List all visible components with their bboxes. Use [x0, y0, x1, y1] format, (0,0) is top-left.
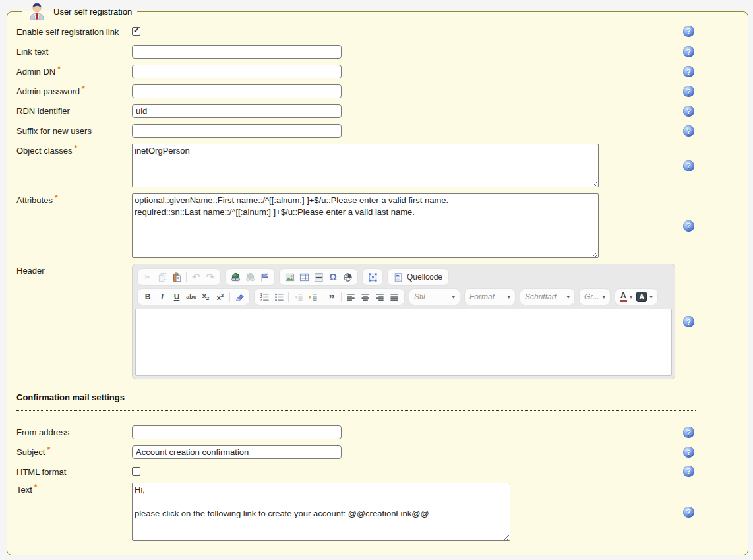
- help-icon[interactable]: ?: [683, 46, 694, 57]
- numbered-list-icon[interactable]: 123: [257, 290, 272, 304]
- enable-checkbox[interactable]: [132, 27, 140, 36]
- style-dropdown[interactable]: Stil▾: [409, 288, 460, 305]
- admin-dn-input[interactable]: [132, 65, 342, 78]
- background-color-button[interactable]: A▾: [634, 290, 654, 304]
- horizontal-rule-icon[interactable]: [311, 270, 326, 284]
- maximize-icon[interactable]: [365, 270, 380, 284]
- image-icon[interactable]: [282, 270, 297, 284]
- iframe-globe-icon[interactable]: [340, 270, 355, 284]
- bold-icon[interactable]: B: [140, 290, 155, 304]
- editor-toolbar-row2: B I U abc x2 x2 123: [135, 287, 672, 307]
- help-icon[interactable]: ?: [683, 66, 694, 77]
- subscript-icon[interactable]: x2: [198, 290, 213, 304]
- from-address-label: From address: [16, 425, 132, 437]
- editor-toolbar-row1: ✂ ↶ ↷: [135, 267, 672, 287]
- admin-password-label: Admin password*: [16, 84, 132, 96]
- admin-password-input[interactable]: [132, 84, 342, 98]
- editor-content-area[interactable]: [135, 309, 672, 376]
- help-icon[interactable]: ?: [683, 26, 694, 37]
- help-icon[interactable]: ?: [683, 86, 694, 97]
- admin-dn-label: Admin DN*: [16, 65, 132, 77]
- undo-icon[interactable]: ↶: [189, 270, 203, 284]
- link-text-input[interactable]: [132, 45, 342, 59]
- anchor-flag-icon[interactable]: [257, 270, 272, 284]
- attributes-textarea[interactable]: optional::givenName::First name::/^[[:al…: [132, 193, 599, 258]
- html-format-label: HTML format: [16, 465, 132, 477]
- subject-input[interactable]: [132, 445, 342, 459]
- font-size-dropdown[interactable]: Gr...▾: [579, 288, 611, 305]
- suffix-input[interactable]: [132, 124, 342, 138]
- help-icon[interactable]: ?: [683, 160, 694, 171]
- link-icon[interactable]: [228, 270, 243, 284]
- strikethrough-icon[interactable]: abc: [184, 290, 198, 304]
- help-icon[interactable]: ?: [683, 316, 694, 327]
- background-color-icon: A: [636, 292, 647, 302]
- required-icon: *: [82, 84, 85, 94]
- toolbar-separator: [341, 292, 342, 302]
- table-icon[interactable]: [297, 270, 311, 284]
- rdn-input[interactable]: [132, 104, 342, 118]
- svg-text:3: 3: [260, 299, 262, 302]
- from-address-input[interactable]: [132, 425, 342, 439]
- outdent-icon[interactable]: [291, 290, 305, 304]
- unlink-icon[interactable]: [243, 270, 257, 284]
- align-left-icon[interactable]: [344, 290, 358, 304]
- paragraph-group: 123 ”: [254, 288, 405, 305]
- source-button-label: Quellcode: [407, 272, 442, 282]
- chevron-down-icon: ▾: [452, 294, 455, 300]
- required-icon: *: [34, 483, 38, 492]
- help-icon[interactable]: ?: [683, 220, 694, 232]
- required-icon: *: [57, 65, 61, 74]
- toolbar-separator: [186, 272, 187, 282]
- text-textarea[interactable]: Hi, please click on the following link t…: [132, 483, 510, 541]
- subject-label: Subject*: [16, 445, 132, 457]
- remove-format-icon[interactable]: [232, 290, 247, 304]
- field-row-header: Header ✂ ↶ ↷: [16, 264, 735, 379]
- superscript-icon[interactable]: x2: [213, 290, 227, 304]
- source-button[interactable]: Quellcode: [387, 268, 449, 286]
- user-icon: [27, 1, 47, 21]
- text-color-button[interactable]: A▾: [618, 290, 634, 304]
- insert-group: Ω: [279, 268, 358, 286]
- blockquote-icon[interactable]: ”: [324, 290, 339, 304]
- align-justify-icon[interactable]: [387, 290, 402, 304]
- html-format-checkbox[interactable]: [132, 467, 140, 476]
- special-character-icon[interactable]: Ω: [326, 270, 340, 284]
- format-dropdown[interactable]: Format▾: [464, 288, 516, 305]
- rdn-label: RDN identifier: [16, 104, 132, 116]
- chevron-down-icon: ▾: [602, 294, 605, 300]
- indent-icon[interactable]: [305, 290, 320, 304]
- panel-title: User self registration: [53, 7, 132, 16]
- redo-icon[interactable]: ↷: [203, 270, 218, 284]
- cut-icon[interactable]: ✂: [140, 270, 155, 284]
- panel-legend: User self registration: [22, 1, 137, 21]
- object-classes-textarea[interactable]: inetOrgPerson: [132, 144, 599, 187]
- field-row-admin-password: Admin password* ?: [16, 84, 735, 98]
- field-row-admin-dn: Admin DN* ?: [16, 65, 735, 78]
- toolbar-separator: [229, 292, 230, 302]
- help-icon[interactable]: ?: [683, 427, 694, 438]
- italic-icon[interactable]: I: [155, 290, 169, 304]
- page: User self registration Enable self regis…: [0, 0, 753, 560]
- link-group: [225, 268, 275, 286]
- html-editor: ✂ ↶ ↷: [132, 264, 675, 379]
- field-row-object-classes: Object classes* inetOrgPerson ?: [16, 144, 735, 187]
- required-icon: *: [47, 445, 50, 454]
- help-icon[interactable]: ?: [683, 507, 694, 518]
- bulleted-list-icon[interactable]: [272, 290, 286, 304]
- help-icon[interactable]: ?: [683, 106, 694, 117]
- align-center-icon[interactable]: [358, 290, 373, 304]
- field-row-link-text: Link text ?: [16, 45, 735, 59]
- font-dropdown[interactable]: Schriftart▾: [520, 288, 575, 305]
- link-text-label: Link text: [16, 45, 132, 57]
- help-icon[interactable]: ?: [683, 466, 694, 477]
- field-row-from-address: From address ?: [16, 425, 735, 439]
- copy-icon[interactable]: [155, 270, 169, 284]
- paste-icon[interactable]: [169, 270, 184, 284]
- align-right-icon[interactable]: [373, 290, 387, 304]
- help-icon[interactable]: ?: [683, 125, 694, 137]
- field-row-subject: Subject* ?: [16, 445, 735, 459]
- help-icon[interactable]: ?: [683, 447, 694, 458]
- underline-icon[interactable]: U: [169, 290, 184, 304]
- field-row-html-format: HTML format ?: [16, 465, 735, 477]
